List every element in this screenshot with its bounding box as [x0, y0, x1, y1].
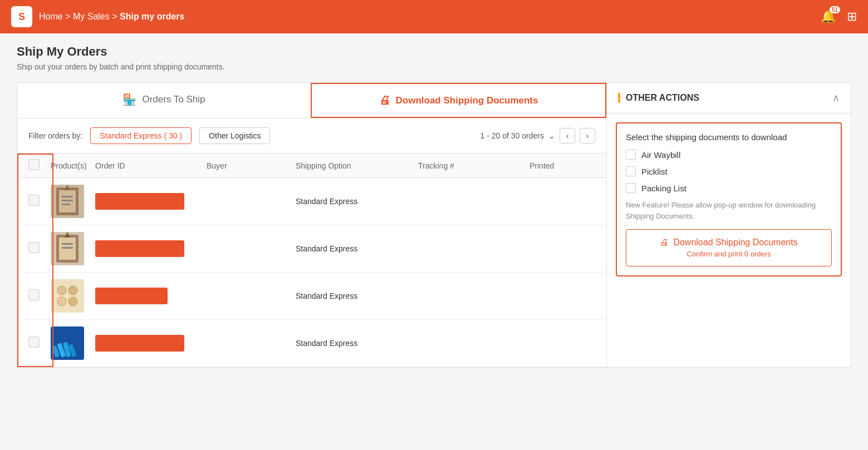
row4-product-thumb — [51, 327, 84, 360]
page-content: Ship My Orders Ship out your orders by b… — [0, 33, 868, 379]
header-product-col: Product(s) — [51, 161, 95, 170]
row1-shipping-option: Standard Express — [296, 197, 357, 206]
download-shipping-docs-button[interactable]: 🖨 Download Shipping Documents Confirm an… — [626, 229, 832, 266]
select-all-checkbox[interactable] — [28, 159, 40, 170]
packing-list-checkbox[interactable] — [626, 183, 636, 193]
download-btn-sub: Confirm and print 0 orders — [686, 250, 771, 258]
row1-product-thumb — [51, 185, 84, 218]
air-waybill-checkbox[interactable] — [626, 150, 636, 160]
dropdown-icon[interactable]: ⌄ — [548, 131, 555, 140]
row3-check[interactable] — [28, 289, 51, 303]
row4-orderid — [95, 335, 207, 352]
row1-check[interactable] — [28, 195, 51, 208]
notification-badge: 51 — [830, 6, 840, 13]
logo-letter: S — [18, 11, 25, 23]
tabs-row: 🏪 Orders To Ship 🖨 Download Shipping Doc… — [17, 83, 606, 118]
other-actions-title: OTHER ACTIONS — [618, 93, 699, 103]
row2-checkbox[interactable] — [28, 242, 40, 253]
row3-product-thumb — [51, 279, 84, 313]
breadcrumb-separator-2: > — [112, 12, 117, 21]
row4-shipping-option: Standard Express — [296, 339, 357, 348]
row2-check[interactable] — [28, 242, 51, 255]
standard-express-filter-btn[interactable]: Standard Express ( 30 ) — [90, 127, 192, 144]
breadcrumb-sales[interactable]: My Sales — [73, 12, 110, 21]
row4-checkbox[interactable] — [28, 337, 40, 348]
pagination-text: 1 - 20 of 30 orders — [480, 131, 544, 140]
row1-orderid-bar — [95, 193, 184, 210]
picklist-label: Picklist — [641, 167, 668, 176]
header-right: 🔔 51 ⊞ — [821, 9, 857, 24]
tab-download-label: Download Shipping Documents — [396, 95, 538, 106]
row4-shipping: Standard Express — [296, 338, 418, 348]
header-tracking-col: Tracking # — [418, 161, 529, 170]
doc-selection-box: Select the shipping documents to downloa… — [616, 122, 842, 276]
tab-orders-to-ship[interactable]: 🏪 Orders To Ship — [17, 83, 311, 118]
breadcrumb-home[interactable]: Home — [39, 12, 63, 21]
picklist-checkbox[interactable] — [626, 166, 636, 176]
header: S Home > My Sales > Ship my orders 🔔 51 … — [0, 0, 868, 33]
main-layout: 🏪 Orders To Ship 🖨 Download Shipping Doc… — [17, 82, 851, 368]
orders-tab-icon: 🏪 — [122, 93, 136, 106]
table-header: Product(s) Order ID Buyer Shipping Optio… — [17, 154, 606, 178]
prev-page-btn[interactable]: ‹ — [560, 128, 575, 144]
table-container: Product(s) Order ID Buyer Shipping Optio… — [17, 154, 606, 367]
svg-point-15 — [68, 286, 77, 295]
shopee-logo: S — [11, 6, 32, 27]
doc-selection-title: Select the shipping documents to downloa… — [626, 132, 832, 142]
other-logistics-filter-btn[interactable]: Other Logistics — [199, 127, 270, 144]
table-row: Standard Express — [17, 225, 606, 273]
svg-point-16 — [57, 297, 66, 306]
svg-rect-3 — [62, 196, 73, 197]
left-panel: 🏪 Orders To Ship 🖨 Download Shipping Doc… — [17, 82, 606, 368]
air-waybill-option: Air Waybill — [626, 150, 832, 160]
header-buyer-col: Buyer — [207, 161, 296, 170]
row2-orderid — [95, 240, 207, 257]
picklist-option: Picklist — [626, 166, 832, 176]
breadcrumb-separator-1: > — [65, 12, 70, 21]
download-btn-main-text: Download Shipping Documents — [673, 238, 797, 248]
tab-download-shipping[interactable]: 🖨 Download Shipping Documents — [311, 83, 606, 118]
page-title: Ship My Orders — [17, 44, 851, 59]
printer-icon: 🖨 — [660, 238, 669, 248]
packing-list-label: Packing List — [641, 184, 686, 193]
row3-shipping-option: Standard Express — [296, 291, 357, 300]
row1-product — [51, 185, 95, 218]
pagination-info: 1 - 20 of 30 orders ⌄ ‹ › — [480, 128, 595, 144]
breadcrumb: Home > My Sales > Ship my orders — [39, 12, 184, 22]
table-row: Standard Express — [17, 320, 606, 367]
header-orderid-col: Order ID — [95, 161, 207, 170]
filter-label: Filter orders by: — [28, 131, 82, 140]
air-waybill-label: Air Waybill — [641, 150, 680, 160]
row2-orderid-bar — [95, 240, 184, 257]
breadcrumb-current: Ship my orders — [120, 12, 184, 21]
other-actions-header: OTHER ACTIONS ∧ — [607, 83, 851, 113]
row3-orderid — [95, 288, 207, 304]
row1-orderid — [95, 193, 207, 210]
svg-rect-5 — [62, 204, 70, 205]
svg-rect-13 — [51, 279, 84, 313]
filter-row: Filter orders by: Standard Express ( 30 … — [17, 118, 606, 154]
row2-shipping-option: Standard Express — [296, 244, 357, 253]
download-btn-main: 🖨 Download Shipping Documents — [660, 238, 797, 248]
svg-rect-4 — [62, 200, 73, 201]
packing-list-option: Packing List — [626, 183, 832, 193]
svg-point-14 — [57, 286, 66, 295]
row3-product — [51, 279, 95, 313]
row2-product-thumb — [51, 232, 84, 265]
table-row: Standard Express — [17, 273, 606, 320]
grid-menu-icon[interactable]: ⊞ — [847, 9, 857, 24]
page-subtitle: Ship out your orders by batch and print … — [17, 62, 851, 71]
row4-check[interactable] — [28, 337, 51, 350]
table-row: Standard Express — [17, 178, 606, 225]
next-page-btn[interactable]: › — [580, 128, 595, 144]
notification-icon[interactable]: 🔔 51 — [821, 9, 836, 24]
header-left: S Home > My Sales > Ship my orders — [11, 6, 184, 27]
doc-note: New Feature! Please allow pop-up window … — [626, 200, 832, 221]
header-printed-col: Printed — [529, 161, 585, 170]
collapse-button[interactable]: ∧ — [832, 92, 840, 104]
row3-shipping: Standard Express — [296, 291, 418, 301]
row3-checkbox[interactable] — [28, 289, 40, 300]
row1-checkbox[interactable] — [28, 195, 40, 206]
row3-orderid-bar — [95, 288, 168, 304]
svg-rect-11 — [62, 247, 73, 249]
